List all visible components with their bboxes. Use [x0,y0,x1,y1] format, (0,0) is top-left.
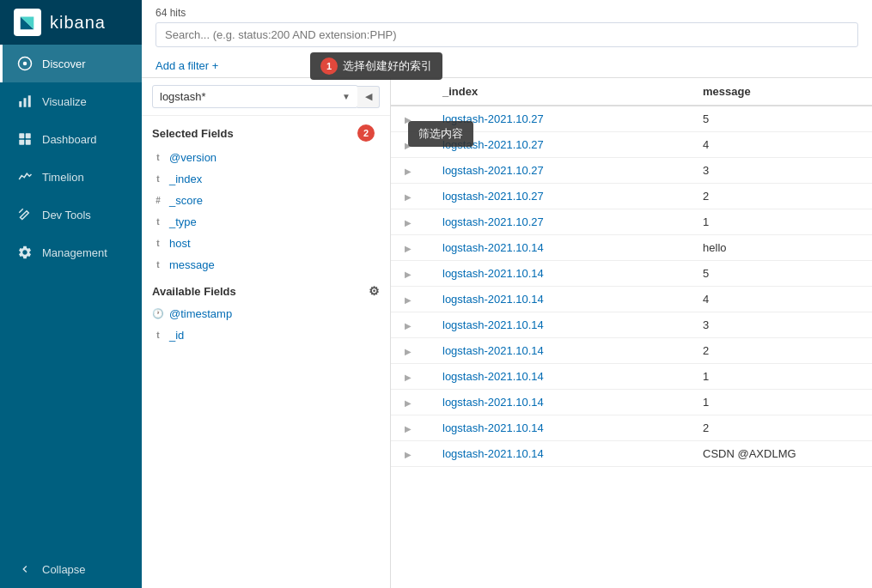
collapse-icon [16,561,34,578]
field-type-icon: t [152,330,164,342]
expand-button[interactable]: ▶ [405,218,412,227]
index-cell[interactable]: logstash-2021.10.27 [442,164,544,177]
expand-button[interactable]: ▶ [405,424,412,433]
svg-rect-6 [28,95,31,107]
message-cell: CSDN @AXDLMG [689,441,872,467]
index-cell[interactable]: logstash-2021.10.14 [442,241,544,254]
available-field-item: 🕐 @timestamp [142,303,390,324]
expand-button[interactable]: ▶ [405,373,412,382]
field-type-icon: # [152,195,164,207]
field-name[interactable]: host [169,237,191,250]
available-fields-label: Available Fields [152,285,236,298]
message-cell: 1 [689,390,872,415]
field-name[interactable]: _type [169,215,197,228]
col-message-header: message [689,78,872,106]
index-nav-button[interactable]: ◀ [357,86,380,108]
gear-icon[interactable]: ⚙ [369,284,380,298]
search-input[interactable] [155,22,858,47]
table-header-row: _index message [391,78,872,106]
left-panel: logstash* ▼ ◀ Selected Fields 2 t @versi… [142,78,391,588]
callout-2-badge: 2 [357,124,375,142]
index-cell[interactable]: logstash-2021.10.14 [442,396,544,409]
message-cell: 3 [689,312,872,338]
app-title: kibana [50,13,106,33]
table-row: ▶logstash-2021.10.143 [391,312,872,338]
field-item: t _type [142,211,390,233]
table-row: ▶logstash-2021.10.142 [391,415,872,441]
svg-rect-7 [19,133,24,138]
expand-button[interactable]: ▶ [405,270,412,279]
message-cell: 2 [689,415,872,441]
expand-button[interactable]: ▶ [405,244,412,253]
topbar: 64 hits Add a filter + 1选择创建好的索引 [142,0,872,78]
field-name[interactable]: message [169,258,215,271]
field-name[interactable]: _id [169,329,184,342]
sidebar: kibana Discover Visualize [0,0,142,588]
sidebar-item-discover[interactable]: Discover [0,45,142,82]
kibana-logo-icon [14,9,41,36]
index-cell[interactable]: logstash-2021.10.14 [442,370,544,383]
timelion-icon [16,168,34,185]
message-cell: 2 [689,338,872,364]
table-row: ▶logstash-2021.10.141 [391,364,872,390]
field-type-icon: t [152,238,164,250]
expand-button[interactable]: ▶ [405,398,412,408]
index-dropdown[interactable]: logstash* ▼ [152,85,358,108]
filter-row: Add a filter + 1选择创建好的索引 [155,54,858,77]
index-cell[interactable]: logstash-2021.10.14 [442,344,544,357]
devtools-icon [16,206,34,223]
message-cell: hello [689,235,872,261]
sidebar-item-timelion[interactable]: Timelion [0,158,142,196]
expand-button[interactable]: ▶ [405,450,412,459]
field-name[interactable]: @timestamp [169,307,232,320]
svg-point-3 [23,62,27,66]
index-cell[interactable]: logstash-2021.10.14 [442,447,544,460]
sidebar-item-label: Dev Tools [42,209,91,221]
sidebar-item-visualize[interactable]: Visualize [0,82,142,120]
selected-fields-list: t @version t _index # _score t _type t [142,147,390,276]
selected-fields-header: Selected Fields 2 [142,116,390,147]
index-cell[interactable]: logstash-2021.10.27 [442,215,544,228]
add-filter-button[interactable]: Add a filter + [155,59,218,72]
available-fields-header: Available Fields ⚙ [142,276,390,303]
field-name[interactable]: _index [169,173,202,185]
table-row: ▶logstash-2021.10.144 [391,287,872,312]
col-index-header: _index [429,78,689,106]
table-row: ▶logstash-2021.10.14hello [391,235,872,261]
right-panel: _index message ▶logstash-2021.10.275▶log… [391,78,872,588]
sidebar-item-label: Visualize [42,95,87,108]
index-cell[interactable]: logstash-2021.10.14 [442,318,544,331]
expand-button[interactable]: ▶ [405,321,412,330]
sidebar-item-devtools[interactable]: Dev Tools [0,196,142,233]
expand-button[interactable]: ▶ [405,347,412,356]
message-cell: 2 [689,184,872,209]
field-name[interactable]: _score [169,194,203,207]
sidebar-item-collapse[interactable]: Collapse [0,550,142,588]
callout-2-tooltip: 筛选内容 [408,121,473,147]
message-cell: 4 [689,287,872,312]
field-item: t _index [142,168,390,190]
expand-button[interactable]: ▶ [405,167,412,176]
table-row: ▶logstash-2021.10.271 [391,209,872,235]
field-type-icon: t [152,152,164,164]
expand-button[interactable]: ▶ [405,295,412,305]
index-cell[interactable]: logstash-2021.10.14 [442,293,544,306]
sidebar-item-label: Discover [42,58,86,70]
index-cell[interactable]: logstash-2021.10.14 [442,421,544,434]
callout-1-text: 选择创建好的索引 [343,59,432,72]
sidebar-item-management[interactable]: Management [0,233,142,271]
col-expand-header [391,78,429,106]
expand-button[interactable]: ▶ [405,192,412,202]
field-item: t message [142,254,390,276]
content-area: logstash* ▼ ◀ Selected Fields 2 t @versi… [142,78,872,588]
table-row: ▶logstash-2021.10.145 [391,261,872,287]
available-fields-list: 🕐 @timestamp t _id [142,303,390,346]
svg-rect-5 [24,98,27,107]
field-name[interactable]: @version [169,151,216,164]
visualize-icon [16,93,34,110]
sidebar-item-dashboard[interactable]: Dashboard [0,120,142,158]
search-row [155,22,858,54]
index-cell[interactable]: logstash-2021.10.14 [442,267,544,280]
dropdown-arrow-icon: ▼ [342,92,351,101]
index-cell[interactable]: logstash-2021.10.27 [442,190,544,203]
